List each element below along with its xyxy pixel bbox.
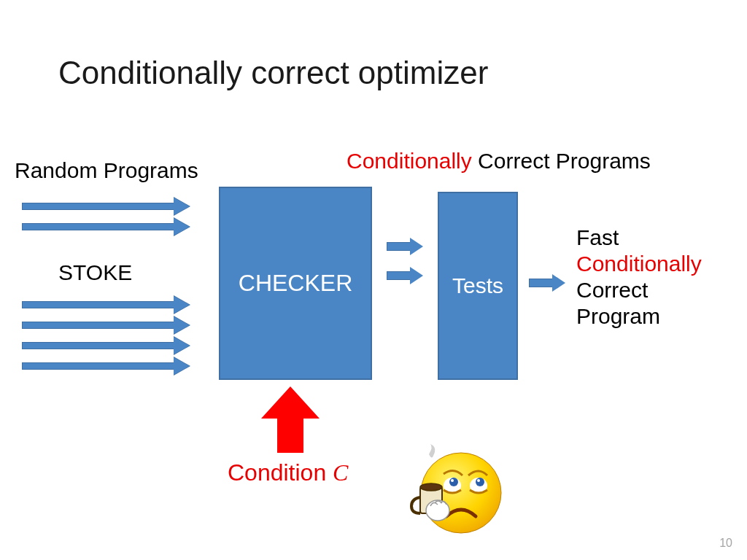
tired-coffee-face-icon xyxy=(409,443,503,538)
tests-label: Tests xyxy=(452,273,503,298)
conditionally-correct-label: Conditionally Correct Programs xyxy=(347,149,651,174)
slide: { "title": "Conditionally correct optimi… xyxy=(0,0,747,560)
svg-point-3 xyxy=(449,478,458,486)
svg-point-5 xyxy=(451,479,454,482)
svg-point-8 xyxy=(420,483,442,491)
random-programs-label: Random Programs xyxy=(15,158,198,183)
condition-label: Condition C xyxy=(228,459,348,486)
arrow-random-1 xyxy=(22,201,190,212)
arrow-stoke-3 xyxy=(22,340,190,351)
tests-box: Tests xyxy=(438,192,518,380)
arrow-tests-output xyxy=(529,276,565,290)
output-text: Fast Conditionally Correct Program xyxy=(576,225,702,330)
arrow-stoke-2 xyxy=(22,319,190,331)
checker-box: CHECKER xyxy=(219,187,372,380)
output-fast: Fast xyxy=(576,225,702,251)
output-program: Program xyxy=(576,303,702,330)
output-conditionally: Conditionally xyxy=(576,251,702,277)
arrow-checker-tests-1 xyxy=(387,239,423,254)
checker-label: CHECKER xyxy=(239,270,352,297)
condition-variable: C xyxy=(333,459,348,486)
stoke-label: STOKE xyxy=(58,260,132,285)
output-correct: Correct xyxy=(576,277,702,303)
conditionally-word: Conditionally xyxy=(347,149,472,173)
arrow-random-2 xyxy=(22,221,190,233)
condition-word: Condition xyxy=(228,459,333,486)
svg-point-6 xyxy=(477,479,480,482)
arrow-stoke-1 xyxy=(22,299,190,311)
svg-point-4 xyxy=(476,478,484,486)
arrow-checker-tests-2 xyxy=(387,268,423,283)
correct-programs-word: Correct Programs xyxy=(472,149,651,173)
condition-arrow xyxy=(261,386,320,452)
arrow-stoke-4 xyxy=(22,360,190,372)
slide-title: Conditionally correct optimizer xyxy=(58,55,488,91)
page-number: 10 xyxy=(719,537,732,550)
